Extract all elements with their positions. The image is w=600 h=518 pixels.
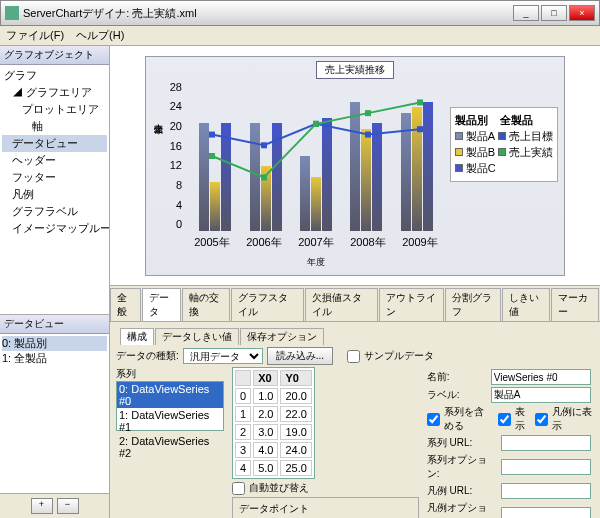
data-type-select[interactable]: 汎用データ — [183, 348, 263, 364]
add-button[interactable]: + — [31, 498, 53, 514]
svg-rect-1 — [261, 142, 267, 148]
dataview-list[interactable]: 0: 製品別 1: 全製品 — [0, 334, 109, 493]
tab-7[interactable]: しきい値 — [502, 288, 550, 321]
datapoint-fieldset: データポイント URL: オプション: — [232, 497, 419, 518]
series-label: 系列 — [116, 367, 224, 381]
subtab-1[interactable]: データしきい値 — [155, 328, 239, 345]
svg-rect-6 — [261, 174, 267, 180]
tree-node[interactable]: フッター — [2, 169, 107, 186]
list-item[interactable]: 1: DataViewSeries #1 — [117, 408, 223, 434]
label-input[interactable] — [491, 387, 591, 403]
x-axis-label: 年度 — [186, 256, 446, 269]
close-button[interactable]: × — [569, 5, 595, 21]
window-title: ServerChartデザイナ: 売上実績.xml — [23, 6, 513, 21]
maximize-button[interactable]: □ — [541, 5, 567, 21]
tab-3[interactable]: グラフスタイル — [231, 288, 304, 321]
tab-4[interactable]: 欠損値スタイル — [305, 288, 378, 321]
show-checkbox[interactable] — [498, 413, 511, 426]
tree-node-dataview[interactable]: データビュー — [2, 135, 107, 152]
menubar: ファイル(F) ヘルプ(H) — [0, 26, 600, 46]
data-type-label: データの種類: — [116, 349, 179, 363]
svg-rect-3 — [365, 131, 371, 137]
tree-node[interactable]: 凡例 — [2, 186, 107, 203]
x-ticks: 2005年2006年2007年2008年2009年 — [186, 235, 446, 250]
object-panel-header: グラフオブジェクト — [0, 46, 109, 65]
tree-node[interactable]: ◢ グラフエリア — [2, 84, 107, 101]
sample-data-checkbox[interactable] — [347, 350, 360, 363]
list-item[interactable]: 0: 製品別 — [2, 336, 107, 351]
list-item[interactable]: 2: DataViewSeries #2 — [117, 434, 223, 460]
tab-5[interactable]: アウトライン — [379, 288, 444, 321]
tree-node[interactable]: グラフ — [2, 67, 107, 84]
svg-rect-4 — [417, 126, 423, 132]
chart-preview: 売上実績推移 売上金額 2824201612840 2005年2006年2007… — [110, 46, 600, 286]
y-ticks: 2824201612840 — [168, 81, 182, 231]
tab-2[interactable]: 軸の交換 — [182, 288, 230, 321]
name-input[interactable] — [491, 369, 591, 385]
titlebar: ServerChartデザイナ: 売上実績.xml _ □ × — [0, 0, 600, 26]
remove-button[interactable]: − — [57, 498, 79, 514]
app-icon — [5, 6, 19, 20]
menu-help[interactable]: ヘルプ(H) — [76, 28, 124, 43]
series-opt-input[interactable] — [501, 459, 591, 475]
tab-8[interactable]: マーカー — [551, 288, 599, 321]
plot-area — [186, 81, 446, 231]
menu-file[interactable]: ファイル(F) — [6, 28, 64, 43]
list-item[interactable]: 0: DataViewSeries #0 — [117, 382, 223, 408]
tab-1[interactable]: データ — [142, 288, 181, 321]
svg-rect-8 — [365, 110, 371, 116]
autosort-checkbox[interactable] — [232, 482, 245, 495]
svg-rect-7 — [313, 120, 319, 126]
load-button[interactable]: 読み込み... — [267, 347, 333, 365]
svg-rect-9 — [417, 99, 423, 105]
svg-rect-5 — [209, 153, 215, 159]
legend-url-input[interactable] — [501, 483, 591, 499]
chart-title: 売上実績推移 — [316, 61, 394, 79]
svg-rect-0 — [209, 131, 215, 137]
include-series-checkbox[interactable] — [427, 413, 440, 426]
chart-legend: 製品別 全製品 製品A売上目標 製品B売上実績 製品C — [450, 107, 558, 182]
dataview-panel-header: データビュー — [0, 315, 109, 334]
sub-tabs: 構成データしきい値保存オプション — [116, 326, 594, 345]
subtab-2[interactable]: 保存オプション — [240, 328, 324, 345]
tree-node[interactable]: 軸 — [2, 118, 107, 135]
tree-node[interactable]: グラフラベル — [2, 203, 107, 220]
tree-node[interactable]: ヘッダー — [2, 152, 107, 169]
minimize-button[interactable]: _ — [513, 5, 539, 21]
series-url-input[interactable] — [501, 435, 591, 451]
legend-opt-input[interactable] — [501, 507, 591, 518]
data-grid[interactable]: X0Y001.020.012.022.023.019.034.024.045.0… — [232, 367, 315, 479]
tab-6[interactable]: 分割グラフ — [445, 288, 501, 321]
list-item[interactable]: 1: 全製品 — [2, 351, 107, 366]
property-tabs: 全般データ軸の交換グラフスタイル欠損値スタイルアウトライン分割グラフしきい値マー… — [110, 286, 600, 322]
tab-0[interactable]: 全般 — [110, 288, 141, 321]
tree-node[interactable]: プロットエリア — [2, 101, 107, 118]
object-tree[interactable]: グラフ ◢ グラフエリア プロットエリア 軸 データビュー ヘッダー フッター … — [0, 65, 109, 315]
subtab-0[interactable]: 構成 — [120, 328, 154, 345]
show-in-legend-checkbox[interactable] — [535, 413, 548, 426]
tree-node[interactable]: イメージマップルール — [2, 220, 107, 237]
series-list[interactable]: 0: DataViewSeries #0 1: DataViewSeries #… — [116, 381, 224, 431]
